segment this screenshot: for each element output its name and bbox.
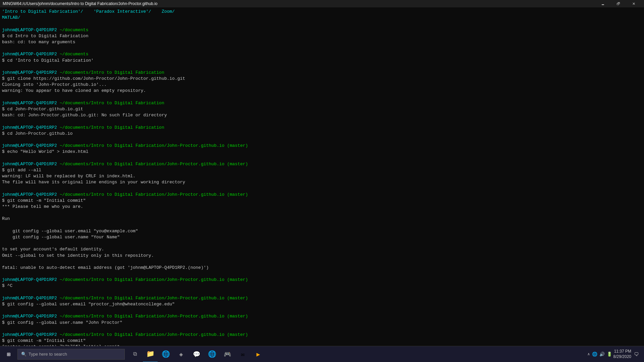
terminal-line: bash: cd: too many arguments (2, 39, 642, 45)
terminal-line (2, 222, 642, 228)
terminal-line (2, 118, 642, 124)
chevron-icon[interactable]: ∧ (587, 352, 590, 356)
terminal-line: johnm@LAPTOP-Q4PD1RP2 ~/documents $ cd '… (2, 51, 642, 63)
terminal-line (2, 259, 642, 265)
minimize-button[interactable]: 🗕 (595, 0, 610, 7)
mail-button[interactable]: ✉ (235, 346, 250, 362)
search-icon: 🔍 (21, 352, 26, 357)
start-button[interactable]: ⊞ (1, 346, 16, 362)
terminal-line: johnm@LAPTOP-Q4PD1RP2 ~/documents/Intro … (2, 125, 642, 137)
chrome-button[interactable]: 🌐 (158, 346, 173, 362)
terminal-line: bash: cd: John-Proctor.github.io.git: No… (2, 112, 642, 118)
date-display: 8/29/2020 (613, 354, 631, 360)
taskbar-icons: ⧉ 📁 🌐 ◈ 💬 🌐 🎮 ✉ ▶ (127, 346, 266, 362)
time-display: 11:37 PM (613, 349, 631, 354)
close-button[interactable]: ✕ (626, 0, 641, 7)
terminal-line: johnm@LAPTOP-Q4PD1RP2 ~/documents/Intro … (2, 192, 642, 204)
terminal-line (2, 21, 642, 27)
terminal-line: warning: LF will be replaced by CRLF in … (2, 173, 642, 179)
epic-button[interactable]: ◈ (174, 346, 189, 362)
terminal-line: johnm@LAPTOP-Q4PD1RP2 ~/documents/Intro … (2, 313, 642, 325)
terminal-line (2, 137, 642, 143)
network-icon[interactable]: 🌐 (592, 352, 597, 357)
terminal-line (2, 240, 642, 246)
terminal-line: Run (2, 216, 642, 222)
terminal-line (2, 289, 642, 295)
terminal-line: johnm@LAPTOP-Q4PD1RP2 ~/documents $ cd I… (2, 27, 642, 39)
terminal-line (2, 45, 642, 51)
titlebar-title: MINGW64:/c/Users/johnm/documents/Intro t… (3, 1, 158, 6)
terminal-line (2, 307, 642, 313)
titlebar: MINGW64:/c/Users/johnm/documents/Intro t… (0, 0, 644, 7)
notification-button[interactable]: 🗨 (633, 352, 640, 357)
taskbar-right: ∧ 🌐 🔊 🔋 11:37 PM 8/29/2020 🗨 (587, 349, 643, 359)
terminal-line: warning: You appear to have cloned an em… (2, 88, 642, 94)
terminal-line: MATLAB/ (2, 15, 642, 21)
terminal-line: johnm@LAPTOP-Q4PD1RP2 ~/documents/Intro … (2, 100, 642, 112)
file-explorer-button[interactable]: 📁 (143, 346, 158, 362)
terminal-line (2, 210, 642, 216)
chrome2-button[interactable]: 🌐 (205, 346, 219, 362)
terminal-line (2, 94, 642, 100)
taskbar-clock[interactable]: 11:37 PM 8/29/2020 (613, 349, 631, 359)
terminal-line (2, 64, 642, 70)
terminal-line: git config --global user.email "you@exam… (2, 228, 642, 234)
terminal-line: johnm@LAPTOP-Q4PD1RP2 ~/documents/Intro … (2, 143, 642, 155)
terminal[interactable]: 'Intro to Digital Fabrication'/ 'Paradox… (0, 7, 644, 346)
terminal-line (2, 155, 642, 161)
terminal-line: Omit --global to set the identity only i… (2, 253, 642, 259)
task-view-button[interactable]: ⧉ (127, 346, 142, 362)
terminal-line: johnm@LAPTOP-Q4PD1RP2 ~/documents/Intro … (2, 295, 642, 307)
search-bar[interactable]: 🔍 Type here to search (17, 349, 125, 360)
terminal-line: git config --global user.name "Your Name… (2, 234, 642, 240)
volume-icon[interactable]: 🔊 (599, 352, 605, 357)
terminal-line: johnm@LAPTOP-Q4PD1RP2 ~/documents/Intro … (2, 277, 642, 289)
sys-tray-icons: ∧ 🌐 🔊 🔋 (587, 352, 612, 357)
terminal-line: *** Please tell me who you are. (2, 204, 642, 210)
terminal-line: johnm@LAPTOP-Q4PD1RP2 ~/documents/Intro … (2, 161, 642, 173)
taskbar: ⊞ 🔍 Type here to search ⧉ 📁 🌐 ◈ 💬 🌐 🎮 ✉ … (0, 346, 644, 362)
terminal-line: fatal: unable to auto-detect email addre… (2, 265, 642, 271)
terminal-line (2, 185, 642, 191)
terminal-line: The file will have its original line end… (2, 179, 642, 185)
search-input[interactable]: Type here to search (29, 352, 67, 357)
terminal-line (2, 271, 642, 277)
restore-button[interactable]: 🗗 (610, 0, 626, 7)
terminal-line: Cloning into 'John-Proctor.github.io'... (2, 82, 642, 88)
terminal-line: johnm@LAPTOP-Q4PD1RP2 ~/documents/Intro … (2, 332, 642, 344)
terminal-line: 'Intro to Digital Fabrication'/ 'Paradox… (2, 9, 642, 15)
xbox-button[interactable]: 🎮 (220, 346, 235, 362)
terminal-line: to set your account's default identity. (2, 246, 642, 252)
discord-button[interactable]: 💬 (189, 346, 204, 362)
terminal-line (2, 326, 642, 332)
matlab-button[interactable]: ▶ (251, 346, 266, 362)
battery-icon: 🔋 (607, 352, 612, 357)
terminal-line: johnm@LAPTOP-Q4PD1RP2 ~/documents/Intro … (2, 70, 642, 82)
titlebar-controls: 🗕 🗗 ✕ (595, 0, 641, 7)
